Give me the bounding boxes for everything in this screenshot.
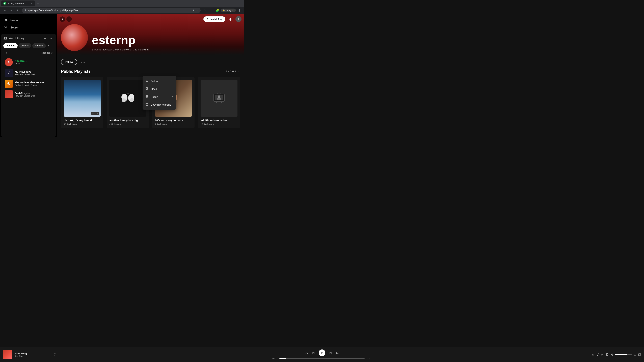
new-tab-button[interactable]: +: [36, 1, 40, 6]
nav-arrows: [60, 16, 72, 22]
library-item-meta: Playlist • Lauren Deli: [15, 94, 52, 97]
profile-header: Install App esternp 6 Public Playlists •…: [57, 14, 244, 55]
dot-1: [81, 62, 82, 62]
nav-item-search[interactable]: Search: [2, 24, 55, 31]
list-item[interactable]: Just-PLaylist Playlist • Lauren Deli: [3, 89, 54, 100]
forward-nav-button[interactable]: [66, 16, 72, 22]
tab-title: Spotify – esternp: [8, 2, 28, 5]
svg-point-2: [238, 18, 239, 19]
section-header: Public Playlists Show all: [61, 69, 240, 74]
nav-item-home[interactable]: Home: [2, 17, 55, 24]
svg-line-16: [216, 101, 217, 103]
library-item-name: Rita Ora ✦: [15, 59, 52, 62]
playlist-thumb: [5, 69, 13, 77]
chip-scroll-arrow[interactable]: ›: [47, 43, 50, 48]
context-copy-link-label: Copy link to profile: [150, 103, 171, 106]
library-item-name: The Marie Forleo Podcast: [15, 81, 52, 84]
main-content: Install App esternp 6 Public Playlists •…: [57, 14, 244, 137]
nav-home-label: Home: [10, 19, 18, 22]
library-label: Your Library: [9, 37, 24, 40]
block-icon: [145, 87, 148, 91]
library-title[interactable]: Your Library: [3, 37, 24, 40]
chip-artists[interactable]: Artists: [19, 43, 31, 48]
svg-point-14: [218, 95, 220, 98]
sort-recents-button[interactable]: Recents: [41, 51, 54, 54]
more-options-button[interactable]: [80, 61, 86, 63]
address-text: open.spotify.com/user/2coklrt1lyujl2kprw…: [28, 9, 191, 12]
playlist-cover: [200, 80, 238, 117]
copy-link-icon: [145, 103, 148, 107]
follow-icon: [145, 79, 148, 83]
extension-button[interactable]: 🧩: [215, 8, 220, 13]
dot-2: [83, 62, 84, 62]
library-item-meta: Podcast • Marie Forleo: [15, 84, 52, 86]
profile-stats: 6 Public Playlists • 1,094 Followers • 7…: [92, 48, 240, 51]
sidebar: Home Search Your Library + →: [0, 14, 57, 137]
artist-thumb: [5, 58, 13, 66]
sort-label: Recents: [41, 51, 50, 54]
library-actions: + →: [42, 36, 54, 41]
browser-toolbar-actions: ☆ ↓ 🧩 🕵️ Incognito ⋮: [202, 8, 242, 13]
incognito-badge[interactable]: 🕵️ Incognito: [221, 8, 236, 12]
back-button[interactable]: ←: [2, 8, 8, 13]
browser-chrome: Spotify – esternp ✕ + ← → ↻ open.spotify…: [0, 0, 244, 14]
list-item[interactable]: Rita Ora ✦ Artist: [3, 57, 54, 67]
svg-line-17: [221, 101, 222, 103]
profile-info: esternp 6 Public Playlists • 1,094 Follo…: [92, 34, 240, 51]
chip-playlists-label: Playlists: [6, 44, 15, 47]
show-all-button[interactable]: Show all: [226, 70, 240, 73]
search-icon: [4, 25, 8, 30]
context-menu-copy-link[interactable]: Copy link to profile: [142, 101, 176, 109]
menu-button[interactable]: ⋮: [237, 8, 242, 13]
add-library-button[interactable]: +: [42, 36, 48, 41]
playlist-cover: [109, 80, 146, 117]
filter-chips: Playlists Artists Albums ›: [3, 43, 54, 48]
context-menu-block[interactable]: Block: [142, 85, 176, 93]
context-block-label: Block: [150, 87, 157, 90]
svg-line-19: [220, 93, 221, 94]
tab-close-button[interactable]: ✕: [30, 2, 33, 5]
expand-library-button[interactable]: →: [48, 36, 54, 41]
forward-button[interactable]: →: [9, 8, 14, 13]
playlist-cover: DISPLAY: [64, 80, 100, 117]
library-header: Your Library + →: [3, 36, 54, 41]
podcast-thumb: [5, 80, 13, 88]
profile-actions: Follow: [57, 55, 244, 69]
playlist-followers: 10 Followers: [64, 123, 100, 126]
library-item-info: Rita Ora ✦ Artist: [15, 59, 52, 65]
nav-search-label: Search: [10, 26, 19, 29]
app-container: Home Search Your Library + →: [0, 14, 244, 137]
reload-button[interactable]: ↻: [16, 8, 21, 13]
context-menu: Follow Block Report ↗ Copy link to prof: [142, 76, 176, 110]
incognito-icon: 🕵️: [223, 9, 225, 11]
download-button[interactable]: ↓: [208, 8, 214, 13]
install-app-label: Install App: [210, 18, 222, 20]
chip-playlists[interactable]: Playlists: [3, 43, 18, 48]
follow-button[interactable]: Follow: [61, 59, 77, 65]
list-item[interactable]: My Playlist #6 Playlist • Lauren Deli: [3, 67, 54, 78]
address-bar[interactable]: open.spotify.com/user/2coklrt1lyujl2kprw…: [22, 8, 200, 13]
external-link-icon: ↗: [172, 95, 174, 98]
library-search-button[interactable]: [3, 50, 9, 55]
sidebar-library: Your Library + → Playlists Artists Album…: [1, 34, 56, 137]
install-app-button[interactable]: Install App: [204, 16, 226, 22]
context-menu-follow[interactable]: Follow: [142, 77, 176, 85]
home-icon: [4, 18, 8, 23]
browser-tab[interactable]: Spotify – esternp ✕: [1, 0, 35, 6]
context-follow-label: Follow: [150, 80, 158, 82]
browser-toolbar: ← → ↻ open.spotify.com/user/2coklrt1lyuj…: [0, 7, 244, 14]
svg-line-18: [217, 93, 218, 94]
profile-header-top-bar: Install App: [57, 14, 244, 24]
chip-albums[interactable]: Albums: [32, 43, 46, 48]
back-nav-button[interactable]: [60, 16, 65, 22]
chip-albums-label: Albums: [35, 44, 43, 47]
library-list: Rita Ora ✦ Artist My Playlist #6 Playlis…: [3, 57, 54, 135]
notifications-button[interactable]: [228, 16, 234, 22]
svg-point-15: [217, 98, 221, 100]
playlist-card[interactable]: DISPLAY oh look, it's my blue d... 10 Fo…: [61, 77, 103, 128]
context-menu-report[interactable]: Report ↗: [142, 93, 176, 101]
list-item[interactable]: The Marie Forleo Podcast Podcast • Marie…: [3, 78, 54, 89]
user-avatar[interactable]: [236, 16, 242, 22]
bookmark-button[interactable]: ☆: [202, 8, 207, 13]
playlist-card[interactable]: adulthood seems bori... 13 Followers: [198, 77, 240, 128]
